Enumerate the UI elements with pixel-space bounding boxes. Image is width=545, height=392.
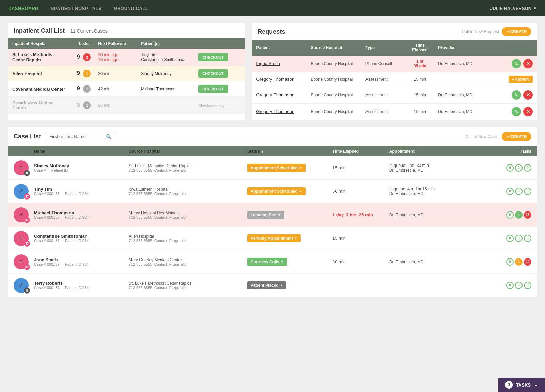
source-hospital-cell: St. Luke's Methodist Cedar Rapids 712-55… bbox=[129, 163, 247, 172]
status-arrow-icon: ▼ bbox=[280, 284, 283, 287]
tasks-cell: 9 2 bbox=[69, 53, 98, 61]
req-provider: Dr. Embrescia, MD bbox=[438, 61, 503, 66]
case-row: ♀ 37 Constantine Smithsonian Case # 0001… bbox=[8, 227, 537, 250]
status-dropdown[interactable]: Pending Appointment ▼ bbox=[247, 234, 301, 242]
checkout-button[interactable]: CHECKOUT bbox=[198, 85, 228, 93]
col-source-hospital[interactable]: Source Hospital bbox=[129, 149, 247, 154]
case-row: ♀ 37 Jane Smith Case # 000137 Patient ID… bbox=[8, 250, 537, 274]
search-input[interactable] bbox=[49, 134, 104, 139]
checkout-button[interactable]: CHECKOUT bbox=[198, 69, 228, 78]
edit-button[interactable]: ✎ bbox=[512, 59, 521, 68]
avatar-cell: ♂ 37 bbox=[14, 207, 34, 222]
appointment-info: In queue: 2nd, 30 min Dr. Embrescia, MD bbox=[389, 163, 474, 173]
inpatient-row: Allen Hospital 9 1 36 min Stacey Mulrone… bbox=[8, 66, 245, 81]
status-arrow-icon: ▼ bbox=[278, 213, 281, 217]
case-table-header: Name Source Hospital Status ▼ Time Elaps… bbox=[8, 146, 537, 156]
followup-cell: 26 min bbox=[98, 103, 141, 108]
patient-name-cell: Jane Smith Case # 000137 Patient ID 984 bbox=[34, 257, 129, 266]
req-type: Phone Consult bbox=[365, 61, 402, 66]
avatar-badge: 8 bbox=[24, 287, 30, 294]
req-type: Assessment bbox=[365, 109, 402, 114]
task-circles-cell: 0 0 0 bbox=[474, 188, 531, 195]
patient-name[interactable]: Stacey Mulroney bbox=[34, 163, 129, 168]
create-case-button[interactable]: + CREATE bbox=[502, 132, 531, 141]
followup-cell: 26 min ago 16 min ago bbox=[98, 52, 141, 62]
col-hospital: Inpatient Hospital bbox=[12, 41, 69, 46]
patient-id: Patient ID 984 bbox=[65, 239, 89, 243]
edit-button[interactable]: ✎ bbox=[512, 90, 521, 100]
avatar: ♀ 37 bbox=[14, 231, 29, 246]
delete-button[interactable]: ✕ bbox=[523, 59, 533, 68]
avatar: ♂ 37 bbox=[14, 207, 29, 222]
col-status[interactable]: Status ▼ bbox=[247, 149, 332, 154]
checked-out-text: Checked out by ... bbox=[198, 103, 241, 108]
time-elapsed: 1 day, 3 hrs, 25 min bbox=[332, 212, 389, 217]
assign-button[interactable]: + ASSIGN bbox=[509, 76, 533, 83]
status-dropdown[interactable]: Courtesy Calls ▼ bbox=[247, 258, 287, 266]
avatar-badge: 37 bbox=[24, 240, 30, 247]
appointment-info: In queue: 4th, 1hr 15 min Dr. Embrescia,… bbox=[389, 187, 474, 196]
status-arrow-icon: ▼ bbox=[299, 190, 302, 193]
status-dropdown[interactable]: Locating Bed ▼ bbox=[247, 211, 284, 219]
nav-dashboard[interactable]: DASHBOARD bbox=[8, 6, 38, 11]
patient-name[interactable]: Tiny Tim bbox=[34, 187, 129, 192]
status-arrow-icon: ▼ bbox=[281, 260, 284, 264]
col-name[interactable]: Name bbox=[34, 149, 129, 154]
status-dropdown[interactable]: Appointment Scheduled ▼ bbox=[247, 164, 306, 172]
status-dropdown[interactable]: Appointment Scheduled ▼ bbox=[247, 187, 306, 195]
req-hospital: Boone County Hospital bbox=[311, 61, 365, 66]
req-time: 15 min bbox=[402, 109, 438, 114]
task-circle[interactable]: 0 bbox=[506, 282, 514, 289]
task-circle[interactable]: 0 bbox=[515, 235, 523, 242]
patient-name[interactable]: Constantine Smithsonian bbox=[34, 234, 129, 239]
task-circle[interactable]: 4 bbox=[515, 211, 523, 219]
req-hospital: Boone County Hospital bbox=[311, 93, 365, 97]
nav-inpatient[interactable]: INPATIENT HOSPITALS bbox=[49, 6, 102, 11]
sort-arrow-icon: ▼ bbox=[261, 150, 264, 153]
task-circle[interactable]: 0 bbox=[515, 164, 523, 172]
task-circle[interactable]: 0 bbox=[524, 235, 531, 242]
task-circles-cell: 0 0 0 bbox=[474, 282, 531, 289]
case-number: Case # bbox=[34, 168, 46, 172]
task-circle[interactable]: 0 bbox=[506, 258, 514, 266]
col-time-elapsed: Time Elapsed bbox=[332, 149, 389, 154]
patient-name[interactable]: Jane Smith bbox=[34, 257, 129, 262]
req-hospital: Boone County Hospital bbox=[311, 109, 365, 114]
checkout-action: CHECKOUT bbox=[198, 85, 241, 93]
req-actions: ✎ ✕ bbox=[504, 107, 533, 116]
delete-button[interactable]: ✕ bbox=[523, 90, 533, 100]
task-circle[interactable]: 0 bbox=[515, 282, 523, 289]
status-dropdown[interactable]: Patient Placed ▼ bbox=[247, 281, 286, 289]
patient-id: Patient ID 984 bbox=[65, 192, 89, 196]
task-circle[interactable]: 13 bbox=[524, 211, 531, 219]
patient-name[interactable]: Michael Thompson bbox=[34, 210, 129, 215]
req-actions: + ASSIGN bbox=[504, 76, 533, 83]
appointment-info: Dr. Embrescia, MD bbox=[389, 260, 474, 264]
req-time: 1 hr35 min bbox=[402, 59, 438, 68]
task-circle[interactable]: 10 bbox=[524, 258, 531, 266]
avatar-badge: 8 bbox=[24, 170, 30, 176]
task-circle[interactable]: 0 bbox=[506, 188, 514, 195]
nav-user[interactable]: JULIE HALVERSON ▼ bbox=[490, 6, 537, 11]
col-tasks: Tasks bbox=[69, 41, 98, 46]
patient-name[interactable]: Terry Roberts bbox=[34, 281, 129, 286]
task-circle[interactable]: 0 bbox=[506, 211, 514, 219]
case-list-section: Case List 🔍 Call-in New Case + CREATE Na… bbox=[8, 127, 537, 297]
task-circle[interactable]: 0 bbox=[515, 188, 523, 195]
nav-inbound[interactable]: INBOUND CALL bbox=[112, 6, 148, 11]
inpatient-row: St Luke's MethodistCedar Rapids 9 2 26 m… bbox=[8, 49, 245, 66]
avatar-cell: ♂ 8 bbox=[14, 278, 34, 293]
create-request-button[interactable]: + CREATE bbox=[502, 27, 531, 36]
checkout-button[interactable]: CHECKOUT bbox=[198, 53, 228, 61]
patients-cell: Tiny Tim Constantine Smithsonian bbox=[141, 52, 198, 62]
edit-button[interactable]: ✎ bbox=[512, 107, 521, 116]
task-circle[interactable]: 0 bbox=[524, 164, 531, 172]
task-circle[interactable]: 1 bbox=[515, 258, 523, 266]
patient-id: Patient ID 984 bbox=[65, 286, 89, 290]
task-circle[interactable]: 0 bbox=[506, 235, 514, 242]
task-circle[interactable]: 0 bbox=[506, 164, 514, 172]
task-circle[interactable]: 0 bbox=[524, 188, 531, 195]
task-circle[interactable]: 0 bbox=[524, 282, 531, 289]
delete-button[interactable]: ✕ bbox=[523, 107, 533, 116]
case-list-title: Case List bbox=[14, 133, 41, 140]
